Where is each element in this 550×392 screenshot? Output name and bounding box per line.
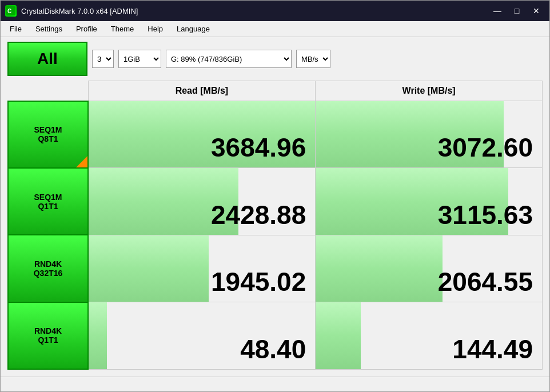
read-number-1: 2428.88 xyxy=(211,200,306,230)
read-number-2: 1945.02 xyxy=(211,267,306,297)
read-header: Read [MB/s] xyxy=(88,81,316,101)
label-line1: RND4K xyxy=(34,326,62,335)
unit-select[interactable]: MB/s GB/s xyxy=(296,50,330,68)
size-select[interactable]: 1GiB 512MiB 2GiB xyxy=(118,50,161,68)
read-number-0: 3684.96 xyxy=(211,133,306,162)
app-window: C CrystalDiskMark 7.0.0 x64 [ADMIN] — □ … xyxy=(0,0,550,392)
read-value-0: 3684.96 xyxy=(88,101,316,168)
write-value-1: 3115.63 xyxy=(316,168,543,235)
menu-item-theme[interactable]: Theme xyxy=(104,22,141,35)
read-value-2: 1945.02 xyxy=(88,235,316,302)
read-bar-3 xyxy=(89,302,107,369)
label-line1: SEQ1M xyxy=(34,193,62,202)
write-bar-3 xyxy=(316,302,361,369)
menu-bar: FileSettingsProfileThemeHelpLanguage xyxy=(1,21,549,37)
label-line2: Q1T1 xyxy=(38,202,58,211)
app-icon: C xyxy=(5,5,17,17)
write-number-0: 3072.60 xyxy=(438,133,533,162)
toolbar: All 3 1 5 1GiB 512MiB 2GiB G: 89% (747/8… xyxy=(1,37,549,81)
write-number-3: 144.49 xyxy=(452,334,533,364)
write-bar-2 xyxy=(316,235,443,302)
table-row: RND4KQ32T161945.022064.55 xyxy=(8,235,543,302)
count-select[interactable]: 3 1 5 xyxy=(92,50,114,68)
window-title: CrystalDiskMark 7.0.0 x64 [ADMIN] xyxy=(21,7,138,15)
menu-item-help[interactable]: Help xyxy=(141,22,170,35)
table-row: RND4KQ1T148.40144.49 xyxy=(8,302,543,369)
menu-item-language[interactable]: Language xyxy=(170,22,217,35)
row-label-2: RND4KQ32T16 xyxy=(8,235,88,302)
svg-text:C: C xyxy=(7,8,11,14)
read-value-3: 48.40 xyxy=(88,302,316,369)
write-value-2: 2064.55 xyxy=(316,235,543,302)
close-button[interactable]: ✕ xyxy=(528,5,545,17)
title-bar-left: C CrystalDiskMark 7.0.0 x64 [ADMIN] xyxy=(5,5,138,17)
write-value-3: 144.49 xyxy=(316,302,543,369)
read-value-1: 2428.88 xyxy=(88,168,316,235)
main-content: Read [MB/s] Write [MB/s] SEQ1MQ8T13684.9… xyxy=(1,81,549,377)
label-line2: Q1T1 xyxy=(38,335,58,345)
label-header xyxy=(8,81,88,101)
write-number-1: 3115.63 xyxy=(438,200,533,230)
write-value-0: 3072.60 xyxy=(316,101,543,168)
drive-select[interactable]: G: 89% (747/836GiB) xyxy=(166,50,292,68)
label-line1: SEQ1M xyxy=(34,125,62,134)
label-line2: Q8T1 xyxy=(38,134,58,143)
menu-item-settings[interactable]: Settings xyxy=(29,22,69,35)
read-number-3: 48.40 xyxy=(240,334,306,364)
corner-triangle-icon xyxy=(76,156,87,167)
table-row: SEQ1MQ8T13684.963072.60 xyxy=(8,101,543,168)
table-row: SEQ1MQ1T12428.883115.63 xyxy=(8,168,543,235)
write-number-2: 2064.55 xyxy=(438,267,533,297)
title-bar: C CrystalDiskMark 7.0.0 x64 [ADMIN] — □ … xyxy=(1,1,549,21)
window-controls: — □ ✕ xyxy=(489,5,545,17)
menu-item-profile[interactable]: Profile xyxy=(69,22,104,35)
status-bar xyxy=(1,377,549,391)
write-header: Write [MB/s] xyxy=(316,81,543,101)
maximize-button[interactable]: □ xyxy=(508,5,525,17)
row-label-3: RND4KQ1T1 xyxy=(8,302,88,369)
row-label-0: SEQ1MQ8T1 xyxy=(8,101,88,168)
all-button[interactable]: All xyxy=(7,42,87,76)
read-bar-2 xyxy=(89,235,209,302)
minimize-button[interactable]: — xyxy=(489,5,506,17)
row-label-1: SEQ1MQ1T1 xyxy=(8,168,88,235)
label-line1: RND4K xyxy=(34,259,62,269)
menu-item-file[interactable]: File xyxy=(3,22,29,35)
results-table: Read [MB/s] Write [MB/s] SEQ1MQ8T13684.9… xyxy=(7,81,543,370)
label-line2: Q32T16 xyxy=(34,269,63,278)
